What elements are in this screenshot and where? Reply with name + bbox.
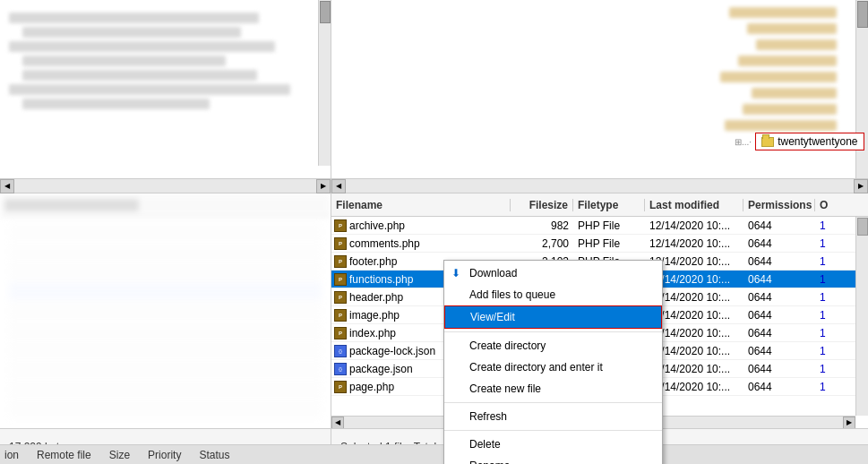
- php-icon: P: [334, 309, 347, 322]
- left-tree-content: [0, 0, 331, 170]
- file-list-header: Filename Filesize Filetype Last modified…: [331, 193, 868, 217]
- cell-other: 1: [815, 381, 842, 393]
- left-hscroll[interactable]: ◀ ▶: [0, 179, 331, 193]
- cell-other: 1: [815, 345, 842, 357]
- menu-item-view-edit[interactable]: View/Edit: [444, 305, 662, 329]
- cell-perms: 0644: [743, 309, 815, 322]
- menu-item-create-dir[interactable]: Create directory: [444, 335, 662, 357]
- cell-perms: 0644: [743, 273, 815, 286]
- folder-icon: [761, 137, 774, 147]
- menu-separator: [444, 430, 662, 431]
- right-tree-scrollbar[interactable]: [855, 0, 868, 178]
- download-icon: ⬇: [450, 267, 462, 279]
- cell-perms: 0644: [743, 363, 815, 375]
- node-box: twentytwentyone: [755, 133, 864, 150]
- cell-perms: 0644: [743, 291, 815, 304]
- cell-perms: 0644: [743, 381, 815, 393]
- php-icon: P: [334, 255, 347, 268]
- php-icon: P: [334, 237, 347, 250]
- left-scroll-left[interactable]: ◀: [0, 179, 14, 193]
- node-label: twentytwentyone: [778, 135, 857, 148]
- cell-other: 1: [815, 291, 842, 304]
- table-row[interactable]: P comments.php 2,700 PHP File 12/14/2020…: [331, 235, 868, 253]
- php-icon: P: [334, 219, 347, 232]
- hscroll-right-arrow[interactable]: ▶: [843, 417, 855, 429]
- cell-lastmod: 12/14/2020 10:...: [645, 237, 743, 250]
- col-header-filesize[interactable]: Filesize: [511, 199, 573, 211]
- cell-other: 1: [815, 363, 842, 375]
- cell-lastmod: 12/14/2020 10:...: [645, 219, 743, 232]
- tab-size[interactable]: Size: [109, 449, 130, 461]
- hscroll-left-arrow[interactable]: ◀: [331, 417, 344, 429]
- cell-perms: 0644: [743, 237, 815, 250]
- json-icon: {}: [334, 345, 347, 357]
- cell-other: 1: [815, 219, 842, 232]
- col-header-lastmod[interactable]: Last modified: [645, 199, 743, 211]
- cell-perms: 0644: [743, 255, 815, 268]
- menu-item-create-file[interactable]: Create new file: [444, 378, 662, 400]
- cell-perms: 0644: [743, 327, 815, 339]
- tab-remote-file[interactable]: Remote file: [37, 449, 91, 461]
- tab-priority[interactable]: Priority: [148, 449, 181, 461]
- left-file-panel: [0, 193, 331, 428]
- tab-action[interactable]: ion: [4, 449, 19, 461]
- cell-other: 1: [815, 327, 842, 339]
- php-icon: P: [334, 381, 347, 393]
- bottom-panel: Filename Filesize Filetype Last modified…: [0, 193, 868, 428]
- cell-perms: 0644: [743, 345, 815, 357]
- menu-item-create-dir-enter[interactable]: Create directory and enter it: [444, 357, 662, 378]
- table-row[interactable]: P archive.php 982 PHP File 12/14/2020 10…: [331, 217, 868, 235]
- col-header-perms[interactable]: Permissions: [743, 199, 815, 211]
- menu-item-rename[interactable]: Rename: [444, 455, 662, 464]
- cell-other: 1: [815, 309, 842, 322]
- php-icon: P: [334, 273, 347, 286]
- right-scroll-right[interactable]: ▶: [854, 179, 868, 193]
- top-panel-hscroll: ◀ ▶ ◀ ▶: [0, 179, 868, 193]
- json-icon: {}: [334, 363, 347, 375]
- cell-filetype: PHP File: [573, 237, 645, 250]
- right-scroll-left[interactable]: ◀: [331, 179, 346, 193]
- right-file-vscroll[interactable]: [855, 217, 868, 416]
- menu-separator: [444, 331, 662, 332]
- right-hscroll[interactable]: ◀ ▶: [331, 179, 868, 193]
- tab-bar: ion Remote file Size Priority Status: [0, 444, 868, 464]
- menu-item-refresh[interactable]: Refresh: [444, 406, 662, 427]
- top-panel: ⊞...· twentytwentyone: [0, 0, 868, 179]
- cell-filename: P archive.php: [331, 219, 511, 232]
- highlighted-tree-node[interactable]: ⊞...· twentytwentyone: [735, 133, 864, 150]
- left-tree-scroll-thumb[interactable]: [320, 1, 331, 23]
- php-icon: P: [334, 291, 347, 304]
- menu-item-add-to-queue[interactable]: Add files to queue: [444, 284, 662, 305]
- menu-item-delete[interactable]: Delete: [444, 434, 662, 455]
- col-header-filetype[interactable]: Filetype: [573, 199, 645, 211]
- php-icon: P: [334, 327, 347, 339]
- right-file-vscroll-thumb[interactable]: [857, 218, 868, 236]
- cell-filetype: PHP File: [573, 219, 645, 232]
- left-tree-panel: [0, 0, 331, 178]
- cell-other: 1: [815, 273, 842, 286]
- right-tree-panel: ⊞...· twentytwentyone: [331, 0, 868, 178]
- cell-filesize: 2,700: [511, 237, 573, 250]
- tab-status[interactable]: Status: [199, 449, 229, 461]
- cell-other: 1: [815, 255, 842, 268]
- left-scroll-right[interactable]: ▶: [316, 179, 331, 193]
- cell-filesize: 982: [511, 219, 573, 232]
- col-header-other[interactable]: O: [815, 199, 842, 211]
- left-tree-scrollbar[interactable]: [318, 0, 331, 166]
- cell-perms: 0644: [743, 219, 815, 232]
- col-header-filename[interactable]: Filename: [331, 199, 511, 211]
- context-menu: ⬇DownloadAdd files to queueView/EditCrea…: [443, 260, 663, 464]
- menu-separator: [444, 402, 662, 403]
- right-tree-scroll-thumb[interactable]: [857, 1, 868, 28]
- cell-filename: P comments.php: [331, 237, 511, 250]
- menu-item-download[interactable]: ⬇Download: [444, 262, 662, 284]
- cell-other: 1: [815, 237, 842, 250]
